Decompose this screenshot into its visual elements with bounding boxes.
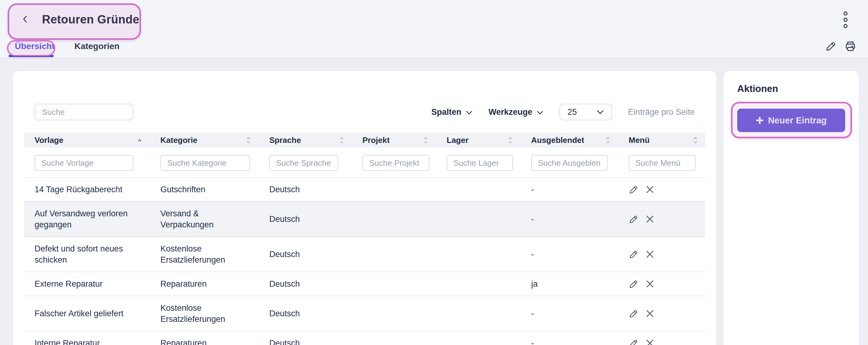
- tab-bar: Übersicht Kategorien: [15, 41, 119, 51]
- chevron-left-icon: [20, 14, 30, 24]
- sort-chevrons-icon: [424, 136, 428, 144]
- row-edit-button[interactable]: [629, 184, 639, 195]
- table-card: Spalten Werkzeuge 25 Einträge pro Seite: [13, 71, 717, 345]
- row-delete-button[interactable]: [645, 309, 655, 318]
- chevron-down-icon: [466, 111, 472, 115]
- overflow-menu-button[interactable]: [841, 11, 850, 28]
- cell-ausgeblendet: -: [531, 213, 534, 225]
- row-edit-button[interactable]: [629, 308, 639, 319]
- table-row[interactable]: Externe Reparatur Reparaturen Deutsch ja: [24, 271, 705, 296]
- column-header-ausgeblendet[interactable]: Ausgeblendet: [521, 136, 618, 145]
- row-edit-button[interactable]: [629, 249, 639, 260]
- pencil-icon: [629, 214, 639, 224]
- sort-chevrons-icon: [606, 136, 610, 144]
- column-header-projekt[interactable]: Projekt: [352, 136, 436, 145]
- pencil-icon: [629, 249, 639, 260]
- column-header-menue[interactable]: Menü: [618, 136, 706, 145]
- tools-menu-button[interactable]: Werkzeuge: [489, 107, 544, 117]
- edit-page-button[interactable]: [824, 39, 838, 53]
- cell-kategorie: Reparaturen: [160, 338, 207, 345]
- column-header-kategorie[interactable]: Kategorie: [150, 136, 259, 145]
- filter-input-ausgeblendet[interactable]: [531, 155, 608, 171]
- table-row[interactable]: Defekt und sofort neues schicken Kostenl…: [24, 236, 705, 271]
- page-title: Retouren Gründe: [42, 13, 139, 26]
- active-tab-underline: [9, 55, 54, 57]
- x-icon: [645, 279, 655, 289]
- filter-input-menue[interactable]: [629, 155, 695, 171]
- cell-kategorie: Kostenlose Ersatzlieferungen: [160, 243, 253, 265]
- filter-input-vorlage[interactable]: [35, 155, 133, 171]
- pencil-icon: [629, 184, 639, 195]
- chevron-down-icon: [537, 111, 544, 115]
- row-delete-button[interactable]: [645, 185, 655, 194]
- row-delete-button[interactable]: [645, 250, 655, 259]
- search-input[interactable]: [35, 104, 133, 120]
- back-button[interactable]: [18, 12, 33, 27]
- table-filter-row: [24, 147, 705, 177]
- filter-input-projekt[interactable]: [363, 155, 429, 171]
- cell-sprache: Deutsch: [269, 213, 300, 225]
- pencil-icon: [825, 40, 837, 52]
- cell-kategorie: Reparaturen: [160, 278, 207, 289]
- sort-asc-icon: [137, 138, 142, 143]
- data-table: Vorlage Kategorie Sprache Projekt: [24, 133, 705, 345]
- print-button[interactable]: [843, 39, 858, 53]
- kebab-menu-icon: [843, 11, 848, 28]
- row-delete-button[interactable]: [645, 279, 655, 289]
- x-icon: [645, 250, 655, 259]
- pencil-icon: [629, 279, 639, 289]
- filter-input-sprache[interactable]: [269, 155, 338, 171]
- row-edit-button[interactable]: [629, 279, 639, 289]
- cell-kategorie: Kostenlose Ersatzlieferungen: [160, 303, 253, 325]
- page-size-select[interactable]: 25: [560, 104, 612, 120]
- row-delete-button[interactable]: [645, 339, 655, 345]
- filter-input-kategorie[interactable]: [160, 155, 250, 171]
- printer-icon: [844, 39, 857, 53]
- columns-menu-button[interactable]: Spalten: [431, 107, 472, 117]
- pencil-icon: [629, 338, 639, 345]
- sort-chevrons-icon: [339, 136, 344, 144]
- tab-kategorien[interactable]: Kategorien: [74, 41, 119, 51]
- cell-vorlage: Falscher Artikel geliefert: [35, 308, 123, 319]
- page-size-value: 25: [567, 107, 577, 117]
- column-header-sprache[interactable]: Sprache: [259, 136, 352, 145]
- chevron-down-icon: [596, 110, 604, 114]
- column-header-vorlage[interactable]: Vorlage: [24, 136, 150, 145]
- sort-chevrons-icon: [508, 136, 513, 144]
- x-icon: [645, 309, 655, 318]
- cell-sprache: Deutsch: [269, 338, 300, 345]
- sort-chevrons-icon: [693, 136, 698, 144]
- table-row[interactable]: Falscher Artikel geliefert Kostenlose Er…: [24, 296, 705, 331]
- table-toolbar: Spalten Werkzeuge 25 Einträge pro Seite: [24, 104, 705, 120]
- cell-kategorie: Gutschriften: [160, 184, 206, 195]
- x-icon: [645, 339, 655, 345]
- x-icon: [645, 185, 655, 194]
- pencil-icon: [629, 308, 639, 319]
- actions-panel: Aktionen Neuer Eintrag: [723, 71, 859, 345]
- tab-uebersicht[interactable]: Übersicht: [15, 41, 55, 51]
- table-row[interactable]: Auf Versandweg verloren gegangen Versand…: [24, 201, 705, 236]
- table-row[interactable]: Interne Reparatur Reparaturen Deutsch -: [24, 331, 705, 345]
- cell-sprache: Deutsch: [269, 308, 300, 319]
- table-header-row: Vorlage Kategorie Sprache Projekt: [24, 133, 705, 147]
- cell-ausgeblendet: ja: [531, 278, 538, 289]
- cell-ausgeblendet: -: [531, 308, 534, 319]
- row-edit-button[interactable]: [629, 338, 639, 345]
- cell-vorlage: Auf Versandweg verloren gegangen: [35, 208, 144, 230]
- new-entry-button[interactable]: Neuer Eintrag: [737, 109, 845, 132]
- cell-kategorie: Versand & Verpackungen: [160, 208, 253, 230]
- row-edit-button[interactable]: [629, 214, 639, 224]
- column-header-lager[interactable]: Lager: [436, 136, 521, 145]
- cell-ausgeblendet: -: [531, 249, 534, 260]
- columns-menu-label: Spalten: [431, 107, 461, 117]
- cell-ausgeblendet: -: [531, 338, 534, 345]
- table-row[interactable]: 14 Tage Rückgaberecht Gutschriften Deuts…: [24, 177, 705, 201]
- cell-vorlage: Defekt und sofort neues schicken: [35, 243, 144, 265]
- tools-menu-label: Werkzeuge: [489, 107, 532, 117]
- page-header-band: [0, 0, 868, 59]
- cell-ausgeblendet: -: [531, 184, 534, 195]
- row-delete-button[interactable]: [645, 214, 655, 224]
- new-entry-label: Neuer Eintrag: [768, 115, 827, 125]
- filter-input-lager[interactable]: [447, 155, 513, 171]
- sort-chevrons-icon: [246, 136, 251, 144]
